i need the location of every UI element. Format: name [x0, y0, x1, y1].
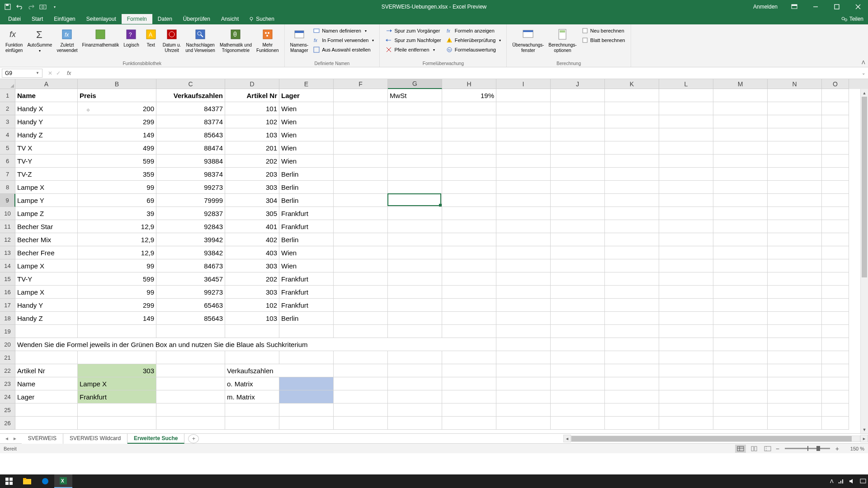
cell-L20[interactable] [659, 338, 713, 351]
cell-K14[interactable] [605, 259, 659, 272]
cell-J24[interactable] [551, 390, 605, 404]
cell-E21[interactable] [279, 351, 334, 364]
cell-O22[interactable] [822, 364, 849, 377]
cell-B17[interactable]: 299 [78, 299, 156, 312]
row-header-17[interactable]: 17 [0, 299, 15, 312]
cell-A23[interactable]: Name [15, 377, 78, 390]
cell-N20[interactable] [768, 338, 822, 351]
cell-G1[interactable]: MwSt [388, 89, 442, 102]
cell-L1[interactable] [659, 89, 713, 102]
cell-N26[interactable] [768, 417, 822, 430]
cell-D18[interactable]: 103 [225, 312, 279, 325]
expand-formula-bar-icon[interactable]: ⌄ [859, 70, 868, 75]
cell-E8[interactable]: Berlin [279, 181, 334, 194]
column-header-C[interactable]: C [156, 79, 225, 89]
cell-J16[interactable] [551, 286, 605, 299]
cell-D26[interactable] [225, 417, 279, 430]
scroll-up-icon[interactable]: ▲ [861, 89, 868, 97]
cell-F11[interactable] [334, 220, 388, 233]
show-formulas-button[interactable]: fxFormeln anzeigen [444, 26, 503, 35]
cell-J5[interactable] [551, 141, 605, 155]
cell-C12[interactable]: 39942 [156, 233, 225, 246]
cell-G9[interactable] [388, 194, 442, 207]
cell-L23[interactable] [659, 377, 713, 390]
cell-C2[interactable]: 84377 [156, 102, 225, 115]
cell-G23[interactable] [388, 377, 442, 390]
cell-G15[interactable] [388, 272, 442, 286]
cell-F10[interactable] [334, 207, 388, 220]
column-header-H[interactable]: H [442, 79, 496, 89]
cell-I19[interactable] [496, 325, 551, 338]
cell-D5[interactable]: 201 [225, 141, 279, 155]
horizontal-scrollbar[interactable] [571, 436, 860, 442]
cell-N7[interactable] [768, 168, 822, 181]
cell-D6[interactable]: 202 [225, 155, 279, 168]
row-header-9[interactable]: 9 [0, 194, 15, 207]
row-header-23[interactable]: 23 [0, 377, 15, 390]
cell-B24[interactable]: Frankfurt [78, 390, 156, 404]
cell-D15[interactable]: 202 [225, 272, 279, 286]
cell-F19[interactable] [334, 325, 388, 338]
cell-H25[interactable] [442, 404, 496, 417]
hscroll-right-icon[interactable]: ► [860, 435, 868, 442]
hscroll-left-icon[interactable]: ◄ [563, 435, 571, 442]
cell-N9[interactable] [768, 194, 822, 207]
cell-B23[interactable]: Lampe X [78, 377, 156, 390]
cell-I1[interactable] [496, 89, 551, 102]
zoom-slider[interactable] [785, 448, 830, 449]
cell-O17[interactable] [822, 299, 849, 312]
cell-E17[interactable]: Frankfurt [279, 299, 334, 312]
maximize-icon[interactable] [826, 0, 847, 14]
cell-B18[interactable]: 149 [78, 312, 156, 325]
sheet-nav-prev-icon[interactable]: ◄ [5, 436, 9, 441]
cell-A3[interactable]: Handy Y [15, 115, 78, 128]
cell-C23[interactable] [156, 377, 225, 390]
cell-F17[interactable] [334, 299, 388, 312]
cell-A17[interactable]: Handy Y [15, 299, 78, 312]
cell-J1[interactable] [551, 89, 605, 102]
cell-N11[interactable] [768, 220, 822, 233]
cell-I25[interactable] [496, 404, 551, 417]
cell-O26[interactable] [822, 417, 849, 430]
cell-M13[interactable] [713, 246, 768, 259]
cell-K19[interactable] [605, 325, 659, 338]
save-icon[interactable] [4, 3, 12, 11]
create-from-selection-button[interactable]: Aus Auswahl erstellen [311, 45, 376, 54]
cell-A5[interactable]: TV X [15, 141, 78, 155]
fx-icon[interactable]: fx [64, 70, 74, 76]
cell-O6[interactable] [822, 155, 849, 168]
cell-B6[interactable]: 599 [78, 155, 156, 168]
cell-O12[interactable] [822, 233, 849, 246]
cell-N19[interactable] [768, 325, 822, 338]
cell-C14[interactable]: 84673 [156, 259, 225, 272]
cell-F9[interactable] [334, 194, 388, 207]
cell-O7[interactable] [822, 168, 849, 181]
cell-K7[interactable] [605, 168, 659, 181]
cell-O3[interactable] [822, 115, 849, 128]
cell-H10[interactable] [442, 207, 496, 220]
redo-icon[interactable] [27, 3, 35, 11]
page-layout-view-button[interactable] [749, 445, 760, 453]
cell-O19[interactable] [822, 325, 849, 338]
qat-customize-icon[interactable]: ▾ [51, 3, 59, 11]
cell-I18[interactable] [496, 312, 551, 325]
cell-K12[interactable] [605, 233, 659, 246]
cell-N5[interactable] [768, 141, 822, 155]
cell-F15[interactable] [334, 272, 388, 286]
cell-F14[interactable] [334, 259, 388, 272]
row-header-14[interactable]: 14 [0, 259, 15, 272]
cell-E9[interactable]: Berlin [279, 194, 334, 207]
cell-G13[interactable] [388, 246, 442, 259]
cell-D8[interactable]: 303 [225, 181, 279, 194]
cell-F3[interactable] [334, 115, 388, 128]
column-header-J[interactable]: J [551, 79, 605, 89]
cell-L19[interactable] [659, 325, 713, 338]
calculation-options-button[interactable]: Berechnungs- optionen [547, 26, 578, 54]
cell-B13[interactable]: 12,9 [78, 246, 156, 259]
cell-G5[interactable] [388, 141, 442, 155]
cell-F13[interactable] [334, 246, 388, 259]
cell-H11[interactable] [442, 220, 496, 233]
cell-M4[interactable] [713, 128, 768, 141]
cell-B26[interactable] [78, 417, 156, 430]
cell-B10[interactable]: 39 [78, 207, 156, 220]
